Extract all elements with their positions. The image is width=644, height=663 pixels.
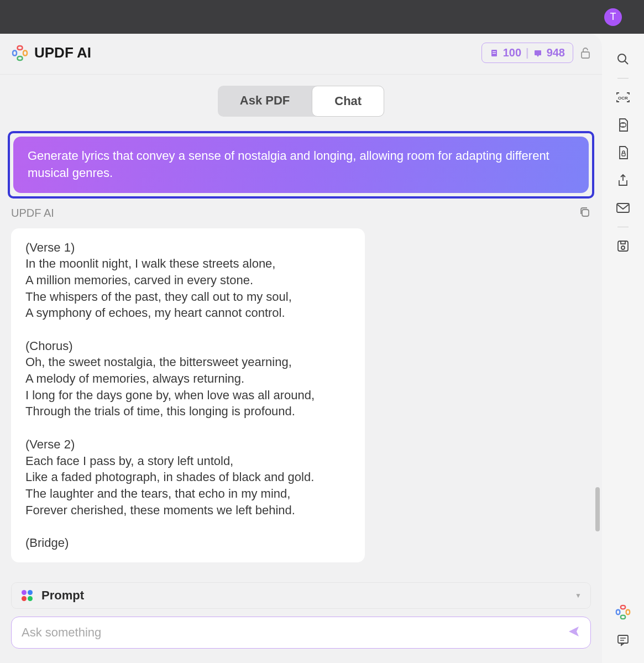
- chat-scroll-area[interactable]: Generate lyrics that convey a sense of n…: [0, 131, 602, 572]
- convert-icon[interactable]: [611, 113, 635, 137]
- credit-badge[interactable]: 100 | 948: [481, 43, 573, 63]
- app-logo-small-icon[interactable]: [611, 600, 635, 624]
- svg-rect-5: [582, 210, 589, 216]
- tab-chat[interactable]: Chat: [312, 86, 384, 117]
- chat-input[interactable]: [22, 625, 567, 640]
- send-button[interactable]: [567, 625, 580, 640]
- sidebar-separator: [617, 78, 629, 79]
- protect-icon[interactable]: [611, 140, 635, 165]
- tab-bar: Ask PDF Chat: [0, 86, 602, 117]
- badge1-value: 100: [503, 46, 521, 59]
- app-title: UPDF AI: [34, 44, 481, 61]
- top-bar: T: [0, 0, 644, 34]
- svg-rect-9: [617, 203, 629, 212]
- svg-point-11: [621, 246, 625, 249]
- chat-bubble-icon: [533, 49, 542, 58]
- chevron-down-icon: ▼: [575, 592, 582, 599]
- header: UPDF AI 100 | 948: [0, 43, 602, 75]
- ai-sender-label: UPDF AI: [11, 207, 54, 220]
- user-message-highlight: Generate lyrics that convey a sense of n…: [8, 131, 594, 199]
- ai-response: (Verse 1) In the moonlit night, I walk t…: [11, 228, 365, 562]
- prompt-label: Prompt: [41, 588, 575, 603]
- scrollbar-thumb[interactable]: [595, 487, 600, 531]
- chat-input-row: [11, 617, 591, 649]
- right-sidebar: OCR: [602, 34, 644, 663]
- ocr-icon[interactable]: OCR: [611, 85, 635, 109]
- user-avatar[interactable]: T: [604, 8, 622, 26]
- search-icon[interactable]: [611, 47, 635, 71]
- svg-text:OCR: OCR: [618, 96, 628, 101]
- svg-rect-3: [535, 50, 541, 55]
- share-icon[interactable]: [611, 168, 635, 192]
- email-icon[interactable]: [611, 196, 635, 220]
- svg-rect-1: [493, 51, 496, 52]
- save-icon[interactable]: [611, 234, 635, 258]
- document-icon: [490, 49, 499, 58]
- copy-button[interactable]: [579, 206, 591, 221]
- badge-separator: |: [526, 46, 529, 59]
- main-content: UPDF AI 100 | 948 Ask PDF Chat: [0, 34, 602, 663]
- svg-point-6: [618, 54, 626, 62]
- badge2-value: 948: [547, 46, 565, 59]
- svg-rect-2: [493, 53, 496, 54]
- sidebar-separator: [617, 227, 629, 227]
- input-footer: Prompt ▼: [0, 572, 602, 663]
- svg-rect-4: [582, 52, 589, 58]
- prompt-dots-icon: [20, 589, 34, 602]
- app-logo-icon: [11, 44, 29, 62]
- svg-rect-13: [618, 635, 628, 643]
- prompt-selector[interactable]: Prompt ▼: [11, 582, 591, 609]
- svg-rect-12: [621, 241, 625, 244]
- user-message: Generate lyrics that convey a sense of n…: [13, 137, 589, 193]
- comments-icon[interactable]: [611, 628, 635, 652]
- lock-icon[interactable]: [580, 47, 591, 59]
- tab-ask-pdf[interactable]: Ask PDF: [218, 86, 312, 117]
- svg-rect-8: [622, 153, 625, 156]
